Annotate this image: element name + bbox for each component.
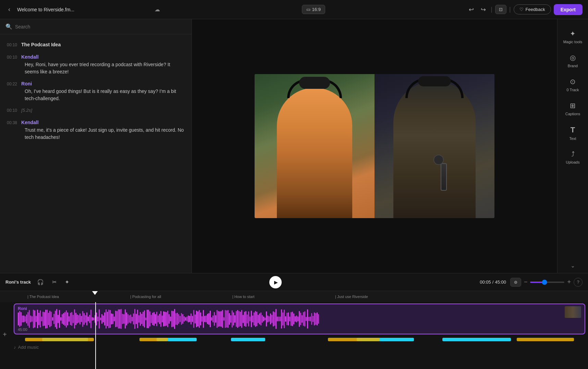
help-button[interactable]: ? bbox=[574, 278, 583, 287]
transcript-item: 00:22 Roni Oh, I've heard good things! B… bbox=[0, 78, 192, 105]
audio-track: Roni 45:00 (function(){ const bars = 220… bbox=[14, 303, 585, 334]
topbar-right-actions: ↩ ↪ | ⊡ | ♡ Feedback Export bbox=[467, 4, 583, 15]
sidebar-item-uploads[interactable]: ⤴ Uploads bbox=[558, 145, 588, 169]
search-icon: 🔍 bbox=[5, 23, 12, 30]
sidebar-item-text[interactable]: T Text bbox=[558, 121, 588, 145]
track-label: Roni's track bbox=[5, 279, 31, 285]
timeline-area: Roni's track 🎧 ✂ ✦ ▶ 00:05 / 45:00 ⊜ − +… bbox=[0, 273, 588, 369]
caption-icon: ⊡ bbox=[499, 7, 503, 12]
sidebar-label: Brand bbox=[568, 64, 578, 68]
track-icon: ⊙ bbox=[570, 78, 576, 86]
subtitle-chips-row bbox=[14, 336, 585, 343]
sidebar-item-magic-tools[interactable]: ✦ Magic tools bbox=[558, 25, 588, 49]
speaker-name: Kendall bbox=[21, 120, 39, 125]
gap-label: [5.2s] bbox=[21, 108, 32, 113]
add-music-label: Add music bbox=[18, 345, 39, 350]
timeline-controls: Roni's track 🎧 ✂ ✦ ▶ 00:05 / 45:00 ⊜ − +… bbox=[0, 273, 588, 291]
sidebar-label: Uploads bbox=[566, 160, 579, 164]
brand-icon: ◎ bbox=[570, 53, 576, 62]
captions-icon: ⊞ bbox=[570, 102, 576, 110]
video-left bbox=[255, 74, 375, 218]
caption-button[interactable]: ⊡ bbox=[495, 5, 506, 14]
subtitle-chip bbox=[231, 338, 265, 341]
sidebar-item-brand[interactable]: ◎ Brand bbox=[558, 49, 588, 73]
scissor-button[interactable]: ✂ bbox=[50, 277, 59, 287]
section-header: The Podcast Idea bbox=[21, 41, 61, 48]
aspect-ratio-button[interactable]: ▭ 16:9 bbox=[302, 5, 325, 14]
search-input[interactable] bbox=[15, 24, 186, 29]
main-area: 🔍 00:10 The Podcast Idea 00:10 Kendall H… bbox=[0, 19, 588, 273]
back-button[interactable]: ‹ bbox=[5, 4, 13, 14]
transcript-time: 00:10 bbox=[7, 43, 17, 47]
transcript-time: 00:22 bbox=[7, 82, 17, 86]
chapter-markers: | The Podcast Idea | Podcasting for all … bbox=[0, 291, 588, 302]
speaker-name: Kendall bbox=[21, 54, 39, 60]
time-separator: / bbox=[492, 279, 494, 285]
monitor-icon: ▭ bbox=[306, 7, 310, 12]
play-button[interactable]: ▶ bbox=[269, 276, 282, 288]
transcript-item: 00:10 [5.2s] bbox=[0, 105, 192, 117]
speaker-name: Roni bbox=[21, 81, 32, 86]
transcript-item: 00:10 The Podcast Idea bbox=[0, 38, 192, 51]
right-sidebar: ✦ Magic tools ◎ Brand ⊙ 0 Track ⊞ Captio… bbox=[557, 19, 588, 273]
heart-icon: ♡ bbox=[519, 7, 524, 12]
video-frame bbox=[192, 19, 557, 273]
audio-track-label: Roni bbox=[18, 306, 27, 311]
zoom-slider[interactable] bbox=[530, 282, 564, 283]
playhead-triangle bbox=[92, 291, 98, 295]
transcript-time: 00:38 bbox=[7, 120, 17, 125]
sidebar-chevron[interactable]: ⌄ bbox=[566, 258, 579, 273]
transcript-text: Trust me, it's a piece of cake! Just sig… bbox=[25, 127, 184, 140]
subtitle-chip bbox=[139, 338, 168, 341]
topbar: ‹ Welcome to Riverside.fm... ☁ ▭ 16:9 ↩ … bbox=[0, 0, 588, 19]
sidebar-label: Magic tools bbox=[563, 40, 583, 44]
track-row: Roni 45:00 (function(){ const bars = 220… bbox=[14, 303, 585, 334]
track-layout-button[interactable]: ⊜ bbox=[510, 278, 521, 287]
chapter-marker: | Just use Riverside bbox=[335, 295, 368, 299]
transcript-time: 00:10 bbox=[7, 108, 17, 113]
waveform: (function(){ const bars = 220; const wf … bbox=[14, 304, 585, 334]
export-button[interactable]: Export bbox=[554, 4, 583, 15]
add-music-button[interactable]: ♪ Add music bbox=[14, 345, 39, 350]
transcript-item: 00:10 Kendall Hey, Roni, have you ever t… bbox=[0, 51, 192, 78]
sidebar-label: Captions bbox=[565, 112, 580, 116]
play-icon: ▶ bbox=[274, 279, 278, 285]
subtitle-chip bbox=[25, 338, 94, 341]
current-time: 00:05 bbox=[480, 279, 491, 285]
chapter-marker: | The Podcast Idea bbox=[27, 295, 59, 299]
subtitle-chip bbox=[442, 338, 511, 341]
zoom-out-button[interactable]: − bbox=[524, 278, 528, 286]
aspect-ratio-control: ▭ 16:9 bbox=[302, 5, 325, 14]
text-icon: T bbox=[571, 126, 575, 134]
sidebar-item-captions[interactable]: ⊞ Captions bbox=[558, 97, 588, 121]
tracks-wrapper: + Roni 45:00 (function(){ const bars = 2… bbox=[0, 302, 588, 369]
add-track-button[interactable]: + bbox=[1, 329, 8, 340]
aspect-ratio-label: 16:9 bbox=[312, 7, 321, 12]
magic-button[interactable]: ✦ bbox=[63, 277, 71, 287]
total-time: 45:00 bbox=[495, 279, 506, 285]
magic-tools-icon: ✦ bbox=[570, 29, 576, 38]
project-title: Welcome to Riverside.fm... bbox=[17, 7, 150, 12]
sidebar-label: 0 Track bbox=[566, 88, 579, 92]
timeline-right-controls: ⊜ − + ? bbox=[510, 278, 583, 287]
zoom-in-button[interactable]: + bbox=[567, 278, 571, 286]
chapter-marker: | Podcasting for all bbox=[130, 295, 161, 299]
timeline-tracks: | The Podcast Idea | Podcasting for all … bbox=[0, 291, 588, 369]
music-row: ♪ Add music bbox=[14, 345, 585, 350]
cloud-icon: ☁ bbox=[155, 6, 160, 13]
redo-button[interactable]: ↪ bbox=[479, 4, 488, 15]
headphone-button[interactable]: 🎧 bbox=[35, 277, 46, 287]
feedback-button[interactable]: ♡ Feedback bbox=[514, 4, 551, 14]
transcript-text: Hey, Roni, have you ever tried recording… bbox=[25, 62, 170, 74]
transcript-panel: 🔍 00:10 The Podcast Idea 00:10 Kendall H… bbox=[0, 19, 192, 273]
feedback-label: Feedback bbox=[526, 7, 545, 12]
undo-button[interactable]: ↩ bbox=[467, 4, 476, 15]
sidebar-item-track[interactable]: ⊙ 0 Track bbox=[558, 73, 588, 97]
sidebar-label: Text bbox=[569, 136, 576, 141]
subtitle-chip bbox=[328, 338, 379, 341]
video-split bbox=[255, 74, 494, 218]
uploads-icon: ⤴ bbox=[571, 150, 575, 158]
video-right bbox=[375, 74, 494, 218]
subtitle-chip bbox=[517, 338, 574, 341]
search-bar: 🔍 bbox=[0, 19, 192, 34]
